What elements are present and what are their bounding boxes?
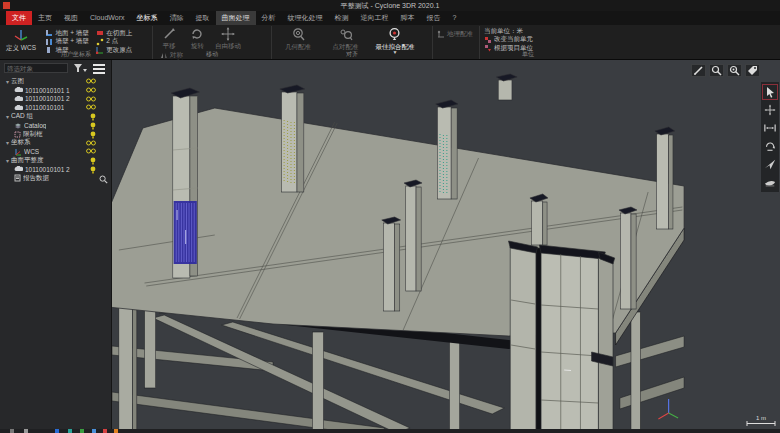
visibility-glasses-icon[interactable] <box>86 96 96 102</box>
group-label-units: 单位 <box>480 50 576 59</box>
tree-item-catalog[interactable]: Catalog <box>0 121 112 130</box>
pick-point-alt-icon[interactable] <box>727 64 742 77</box>
tree-item-cloud-3[interactable]: 10110010101 <box>0 103 112 112</box>
taskbar-icon[interactable] <box>80 429 84 433</box>
tree-group-cad[interactable]: ▾CAD 组 <box>0 112 112 121</box>
orbit-view-icon[interactable] <box>762 138 778 154</box>
walkthrough-icon[interactable] <box>762 174 778 190</box>
model-scene <box>112 60 780 433</box>
ribbon-group-align: 几何配准 点对配准 最佳拟合配准 ▼ 对齐 <box>272 25 432 60</box>
free-move-button[interactable]: 自由移动 <box>214 27 242 49</box>
bulb-icon[interactable] <box>90 122 96 130</box>
tab-coordinate-system[interactable]: 坐标系 <box>131 11 164 25</box>
fly-mode-icon[interactable] <box>762 156 778 172</box>
tree-group-coordinate-systems[interactable]: ▾坐标系 <box>0 139 112 148</box>
best-fit-registration-icon <box>387 27 402 42</box>
tree-group-clouds[interactable]: ▾云图 <box>0 77 112 86</box>
bulb-icon[interactable] <box>90 131 96 139</box>
select-cursor-icon[interactable] <box>762 84 778 100</box>
label-tag-icon[interactable] <box>745 64 760 77</box>
georeferencing-icon <box>437 30 445 38</box>
tab-cloudworx[interactable]: CloudWorx <box>84 11 131 25</box>
tab-clean[interactable]: 清除 <box>164 11 190 25</box>
tab-inspection[interactable]: 检测 <box>329 11 355 25</box>
tree-item-flatness-cloud[interactable]: 10110010101 2 <box>0 165 112 174</box>
tab-help[interactable]: ? <box>447 11 463 25</box>
taskbar-sliver <box>0 429 780 433</box>
taskbar-icon[interactable] <box>103 429 107 433</box>
tree-group-surface-flatness[interactable]: ▾曲面平整度 <box>0 156 112 165</box>
point-registration-icon <box>338 27 353 42</box>
tab-file[interactable]: 文件 <box>6 11 32 25</box>
pick-point-icon[interactable] <box>709 64 724 77</box>
visibility-glasses-icon[interactable] <box>86 104 96 110</box>
tree-item-cloud-2[interactable]: 10110010101 2 <box>0 95 112 104</box>
taskbar-icon[interactable] <box>92 429 96 433</box>
wall-wall-icon <box>45 38 53 46</box>
change-current-unit-button[interactable]: 改变当前单元 <box>484 36 572 45</box>
bulb-icon[interactable] <box>90 166 96 174</box>
translate-button[interactable]: 平移 <box>157 27 181 49</box>
pan-move-icon[interactable] <box>762 102 778 118</box>
limit-box-icon <box>14 131 21 138</box>
taskbar-icon[interactable] <box>55 429 59 433</box>
visibility-glasses-icon[interactable] <box>86 78 96 84</box>
ucs-wall-wall-button[interactable]: 墙壁 + 墙壁 <box>45 38 88 47</box>
tree-menu-icon[interactable] <box>92 62 106 74</box>
ucs-ground-wall-button[interactable]: 地面 + 墙壁 <box>45 29 88 38</box>
measure-pen-icon[interactable] <box>691 64 706 77</box>
ucs-two-points-button[interactable]: 2 点 <box>96 38 132 47</box>
group-label-ucs: 用户坐标系 <box>0 50 152 59</box>
two-points-icon <box>96 38 104 46</box>
taskbar-icon[interactable] <box>114 429 118 433</box>
viewport-3d[interactable]: 1 m <box>112 60 780 433</box>
tab-analysis[interactable]: 分析 <box>256 11 282 25</box>
taskbar-icon[interactable] <box>24 429 28 433</box>
wcs-axis-icon <box>13 27 29 43</box>
visibility-glasses-icon[interactable] <box>86 87 96 93</box>
tab-texturing[interactable]: 纹理化处理 <box>282 11 329 25</box>
tab-view[interactable]: 视图 <box>58 11 84 25</box>
tree-item-limit-box[interactable]: 限制框 <box>0 130 112 139</box>
bulb-icon[interactable] <box>90 157 96 165</box>
scale-bar: 1 m <box>746 415 776 426</box>
define-wcs-button[interactable]: 定义 WCS <box>4 27 38 51</box>
viewport-top-toolbar <box>691 64 760 77</box>
filter-objects-input[interactable] <box>4 63 68 73</box>
rotate-button[interactable]: 旋转 <box>185 27 209 49</box>
point-registration-button[interactable]: 点对配准 <box>324 27 366 50</box>
tree-item-report-data[interactable]: 报告数据 <box>0 174 112 183</box>
application-window: 平整测试 - Cyclone 3DR 2020.1 文件 主页 视图 Cloud… <box>0 0 780 433</box>
tree-item-cloud-1[interactable]: 10110010101 1 <box>0 86 112 95</box>
selected-column-highlight[interactable] <box>174 201 197 264</box>
taskbar-icon[interactable] <box>68 429 72 433</box>
filter-funnel-icon[interactable] <box>73 63 87 73</box>
visibility-glasses-icon[interactable] <box>86 148 96 154</box>
magnifier-icon[interactable] <box>99 175 108 184</box>
tab-home[interactable]: 主页 <box>32 11 58 25</box>
geometric-registration-icon <box>291 27 306 42</box>
tab-report[interactable]: 报告 <box>421 11 447 25</box>
tab-surface-processing[interactable]: 曲面处理 <box>216 11 256 25</box>
ground-wall-icon <box>45 29 53 37</box>
ribbon-tab-bar: 文件 主页 视图 CloudWorx 坐标系 清除 提取 曲面处理 分析 纹理化… <box>0 11 780 25</box>
tree-item-wcs[interactable]: WCS <box>0 147 112 156</box>
free-move-icon <box>221 27 235 41</box>
wall-core <box>509 241 615 433</box>
tab-extract[interactable]: 提取 <box>190 11 216 25</box>
project-tree-panel: ▾云图 10110010101 1 10110010101 2 10110010… <box>0 60 112 433</box>
window-title: 平整测试 - Cyclone 3DR 2020.1 <box>0 1 780 11</box>
tab-script[interactable]: 脚本 <box>395 11 421 25</box>
visibility-glasses-icon[interactable] <box>86 140 96 146</box>
bulb-icon[interactable] <box>90 113 96 121</box>
catalog-icon <box>14 122 22 129</box>
geometric-registration-button[interactable]: 几何配准 <box>276 27 320 50</box>
ucs-on-cutting-plane-button[interactable]: 在切面上 <box>96 29 132 38</box>
cutting-plane-icon <box>96 29 104 37</box>
ribbon-group-units: 当前单位：米 改变当前单元 根据项目单位 单位 <box>480 25 576 60</box>
cloud-icon <box>14 166 23 172</box>
georeferencing-button[interactable]: 地理配准 <box>437 30 475 39</box>
fit-view-icon[interactable] <box>762 120 778 136</box>
tab-reverse-engineering[interactable]: 逆向工程 <box>355 11 395 25</box>
taskbar-icon[interactable] <box>10 429 14 433</box>
